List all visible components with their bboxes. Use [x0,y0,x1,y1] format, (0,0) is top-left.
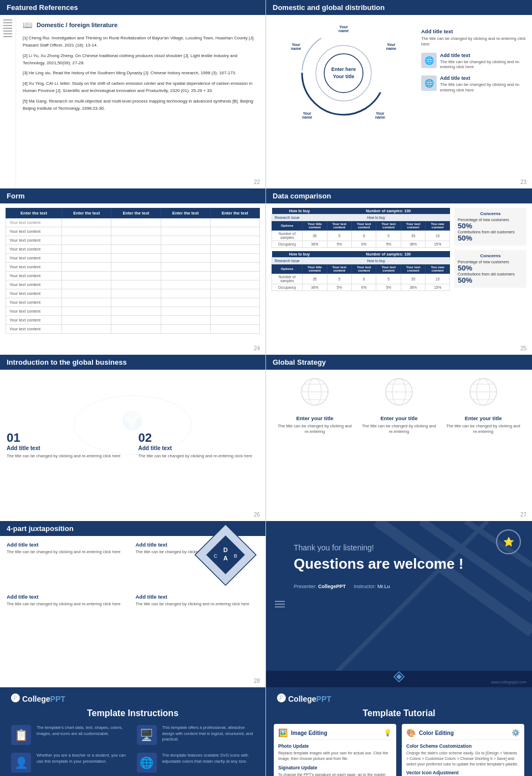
page-num-5: 26 [254,512,260,518]
svg-text:A: A [223,555,228,561]
diagram-center: Enter here Your title [331,66,356,80]
globe-row [273,375,525,409]
slide-form: Form Enter the text Enter the text Enter… [0,188,266,355]
color-scheme-section: Color Scheme Customization Change the sl… [406,743,520,767]
bottom-bar [266,671,532,687]
thank-small: Thank you for listening! [294,543,510,552]
part-item-4: Add title text The title can be changed … [136,594,259,607]
page-num-3: 24 [254,345,260,351]
info-panel: Add title text The title can be changed … [421,21,526,120]
settings-icon: ⚙️ [511,729,520,737]
mini-table-1: How to buy Number of samples: 100 Resear… [272,208,450,248]
table-row: Your text content [6,289,260,298]
sidebar-line [3,22,12,23]
signature-update-section: Signature Update To change the PPT's sig… [278,765,392,776]
table-row: Your text content [6,227,260,236]
slide-2-header: Domestic and global distribution [266,0,532,15]
instructions-title: Template Instructions [0,704,265,725]
circular-diagram: Enter here Your title Yourname Yourname … [296,26,391,120]
label-right-top: Yourname [386,43,396,50]
table-row: Your text content [6,316,260,325]
globe-icon-2: 🌐 [421,75,437,91]
globe-labels: Enter your title The title can be change… [273,415,525,435]
four-part-grid-bottom: Add title text The title can be changed … [7,594,259,607]
data-comparison-content: How to buy Number of samples: 100 Resear… [266,203,532,299]
slide-5-header: Introduction to the global business [0,355,265,370]
image-edit-icon: 🖼️ [278,728,288,737]
label-left-top: Yourname [291,43,301,50]
sub-header-label: Domestic / foreign literature [37,22,117,28]
table-row: Occupancy 36% 5% 6% 5% 36% 15% [272,241,450,248]
sidebar-line [3,30,12,32]
col1-header: 🖼️ Image Editing 💡 [278,728,392,740]
globe-icon: 🌐 [421,53,437,68]
label-top: Yourname [339,25,349,33]
globe-item-3: Enter your title The title can be change… [446,415,521,435]
sidebar-line [3,33,12,34]
table-row: Your text content [6,307,260,316]
globe-img-1 [294,375,336,409]
color-edit-icon: 🎨 [406,728,416,737]
table-row: Your text content [6,325,260,334]
four-part-content: Add title text The title can be changed … [0,536,265,612]
svg-text:D: D [223,547,228,553]
info-item-3: 🌐 Add title text The title can be change… [421,75,526,93]
slide-data-comparison: Data comparison How to buy Number of sam… [266,188,532,355]
ref-2: [2] Li Yu, Xu Zhong Zheng. On Chinese tr… [23,53,259,67]
biz-item-2: 02 Add title text The title can be chang… [139,431,259,460]
form-content: Enter the text Enter the text Enter the … [0,203,265,338]
table-row: Your text content [6,298,260,307]
slide-template-tutorial: 🅟 CollegePPT Template Tutorial 🖼️ Image … [266,687,532,776]
presenter-line: Presenter: CollegePPT Instructor: Mr.Lu [294,584,510,589]
college-logo: CollegePPT [22,695,65,703]
slide-thankyou: ⭐ Thank you for listening! Questions are… [266,521,532,687]
slide-global-strategy: Global Strategy [266,355,532,521]
ref-4: [4] Xu Ying, CAI Li. letter. Study on th… [23,80,259,95]
table-row: Number of samples 35 5 6 5 35 15 [272,231,450,241]
slide-global-business: Introduction to the global business 🌍 01… [0,355,266,521]
table-row: Your text content [6,280,260,289]
references-list: [1] Cheng Rui. Investigation and Thinkin… [23,35,259,113]
website-footer: www.collegeppt.com [491,680,526,684]
part-text-3: Add title text The title can be changed … [7,594,130,607]
ref-3: [3] He Ling xiu. Read the history of the… [23,70,259,77]
sidebar-line [3,36,12,37]
globe-img-2 [378,375,420,409]
thank-big: Questions are welcome ! [294,555,510,573]
inst-icon-4: 🌐 [137,753,157,773]
globe-img-3 [463,375,504,409]
book-icon: 📖 [23,21,32,29]
table-row: Occupancy 36% 5% 6% 5% 36% 15% [272,284,450,291]
table-row: Your text content [6,218,260,227]
table-row: Number of samples 35 5 6 5 35 15 [272,274,450,284]
inst-item-3: 👤 Whether you are a teacher or a student… [11,753,129,773]
diamond-diagram: D A C B [7,522,259,588]
svg-text:B: B [234,553,237,559]
thankyou-content: Thank you for listening! Questions are w… [266,521,532,600]
inst-item-4: 🌐 The template features scalable SVG ico… [137,753,255,773]
tutorial-title: Template Tutorial [266,704,532,724]
concerns-panel: Concerns Percentage of new customers 50%… [454,208,526,294]
global-strategy-content: Enter your title The title can be change… [266,370,532,440]
concern-box-2: Concerns Percentage of new customers 50%… [454,250,526,288]
menu-icon [275,601,285,607]
sidebar-line [3,19,12,21]
domestic-foreign-header: 📖 Domestic / foreign literature [23,21,259,29]
concern-box-1: Concerns Percentage of new customers 50%… [454,208,526,246]
table-row: Your text content [6,236,260,245]
table-row: Your text content [6,254,260,263]
inst-icon-3: 👤 [11,753,31,773]
globe-item-1: Enter your title The title can be change… [277,415,353,435]
form-table: Enter the text Enter the text Enter the … [6,208,260,334]
inst-item-1: 📋 The template's chart data, text, shape… [11,725,129,745]
college-logo-2: CollegePPT [288,695,331,703]
svg-text:C: C [214,553,218,559]
tutorial-cols: 🖼️ Image Editing 💡 Photo Update Replace … [266,724,532,776]
info-item-1: Add title text The title can be changed … [421,28,526,47]
page-num-4: 25 [520,345,526,351]
slide-template-instructions: 🅟 CollegePPT Template Instructions 📋 The… [0,687,266,776]
sidebar-line [3,28,12,29]
globe-item-2: Enter your title The title can be change… [361,415,437,435]
sidebar-line [3,25,12,26]
vector-icon-section: Vector Icon Adjustment Icons are vector-… [406,770,520,776]
